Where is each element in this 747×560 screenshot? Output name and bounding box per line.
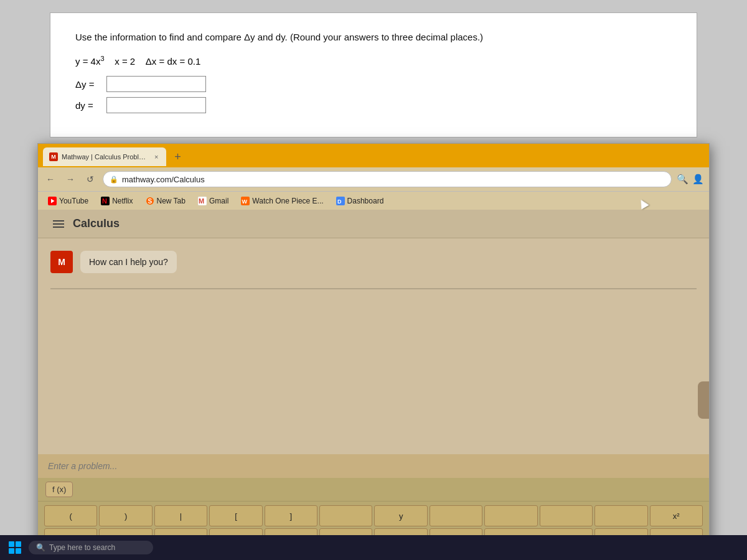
delta-y-input[interactable]	[106, 76, 206, 92]
win-square-1	[9, 541, 14, 547]
worksheet-equation: y = 4x3 x = 2 Δx = dx = 0.1	[75, 55, 672, 67]
tab-close-button[interactable]: ×	[153, 152, 160, 161]
delta-y-row: Δy =	[75, 76, 672, 92]
key-empty1	[319, 505, 372, 526]
hamburger-line-3	[53, 226, 64, 228]
key-close-bracket[interactable]: ]	[265, 505, 317, 526]
keyboard-row1: f (x)	[38, 478, 709, 502]
key-empty4	[540, 505, 593, 526]
key-pipe[interactable]: |	[154, 505, 207, 526]
bookmark-dashboard[interactable]: D Dashboard	[331, 195, 389, 207]
browser-page: Calculus M How can I help you? f (x) (	[38, 210, 709, 553]
key-empty2	[430, 505, 482, 526]
profile-icon[interactable]: 👤	[692, 174, 704, 185]
new-tab-button[interactable]: +	[169, 149, 186, 165]
search-icon: 🔍	[36, 543, 45, 552]
win-square-4	[16, 548, 21, 554]
browser-addressbar: ← → ↺ 🔒 mathway.com/Calculus 🔍 👤	[38, 167, 709, 191]
delta-y-label: Δy =	[75, 79, 106, 90]
start-button[interactable]	[5, 538, 25, 558]
search-icon[interactable]: 🔍	[677, 174, 688, 185]
youtube-icon	[48, 197, 57, 205]
chat-divider	[50, 288, 697, 289]
bookmark-youtube[interactable]: YouTube	[43, 195, 93, 207]
win-square-3	[9, 548, 14, 554]
dy-row: dy =	[75, 97, 672, 113]
bot-message: M How can I help you?	[50, 251, 697, 273]
windows-icon	[9, 541, 21, 554]
browser-window: M Mathway | Calculus Problem Sol × + ← →…	[37, 143, 710, 554]
svg-text:M: M	[199, 197, 204, 205]
problem-input[interactable]	[48, 461, 699, 471]
browser-titlebar: M Mathway | Calculus Problem Sol × +	[38, 144, 709, 167]
newtab-icon: S	[146, 197, 154, 205]
bookmark-watch-one-piece[interactable]: W Watch One Piece E...	[236, 195, 328, 207]
key-close-paren[interactable]: )	[99, 505, 152, 526]
taskbar-search[interactable]: 🔍 Type here to search	[29, 541, 153, 554]
scroll-hint[interactable]	[698, 381, 709, 419]
bot-avatar: M	[50, 251, 73, 273]
bookmarks-bar: YouTube N Netflix S New Tab M Gmail	[38, 191, 709, 210]
dy-label: dy =	[75, 100, 106, 111]
input-area	[38, 454, 709, 478]
key-empty5	[594, 505, 647, 526]
fx-button[interactable]: f (x)	[45, 482, 73, 497]
key-open-paren[interactable]: (	[44, 505, 97, 526]
bookmark-newtab[interactable]: S New Tab	[141, 195, 190, 207]
mathway-favicon: M	[49, 152, 58, 161]
back-button[interactable]: ←	[43, 172, 58, 187]
key-empty3	[484, 505, 537, 526]
hamburger-line-2	[53, 223, 64, 225]
gmail-icon: M	[198, 197, 207, 205]
dy-input[interactable]	[106, 97, 206, 113]
tab-title: Mathway | Calculus Problem Sol	[62, 153, 149, 161]
browser-icons-right: 🔍 👤	[677, 174, 704, 185]
mathway-title: Calculus	[73, 217, 120, 230]
svg-text:W: W	[242, 198, 248, 205]
worksheet-instruction: Use the information to find and compare …	[75, 32, 672, 42]
dashboard-icon: D	[336, 197, 345, 205]
url-text: mathway.com/Calculus	[122, 175, 205, 184]
netflix-icon: N	[101, 197, 110, 205]
browser-tab[interactable]: M Mathway | Calculus Problem Sol ×	[43, 147, 166, 166]
refresh-button[interactable]: ↺	[83, 172, 98, 187]
lock-icon: 🔒	[110, 175, 118, 184]
key-x-squared[interactable]: x²	[650, 505, 703, 526]
taskbar: 🔍 Type here to search	[0, 535, 747, 560]
mathway-header: Calculus	[38, 210, 709, 238]
key-open-bracket[interactable]: [	[209, 505, 262, 526]
forward-button[interactable]: →	[63, 172, 78, 187]
svg-text:S: S	[148, 198, 152, 205]
chat-area: M How can I help you?	[38, 238, 709, 454]
worksheet-content: Use the information to find and compare …	[50, 12, 697, 138]
key-y[interactable]: y	[374, 505, 427, 526]
hamburger-menu[interactable]	[50, 218, 67, 230]
win-square-2	[16, 541, 21, 547]
watch-icon: W	[241, 197, 250, 205]
address-bar[interactable]: 🔒 mathway.com/Calculus	[103, 171, 672, 187]
svg-text:N: N	[102, 197, 107, 205]
svg-text:D: D	[337, 198, 342, 205]
equation-text: y = 4x3 x = 2 Δx = dx = 0.1	[75, 55, 200, 67]
hamburger-line-1	[53, 220, 64, 222]
bookmark-gmail[interactable]: M Gmail	[193, 195, 233, 207]
bot-text: How can I help you?	[80, 251, 177, 273]
bookmark-netflix[interactable]: N Netflix	[96, 195, 138, 207]
